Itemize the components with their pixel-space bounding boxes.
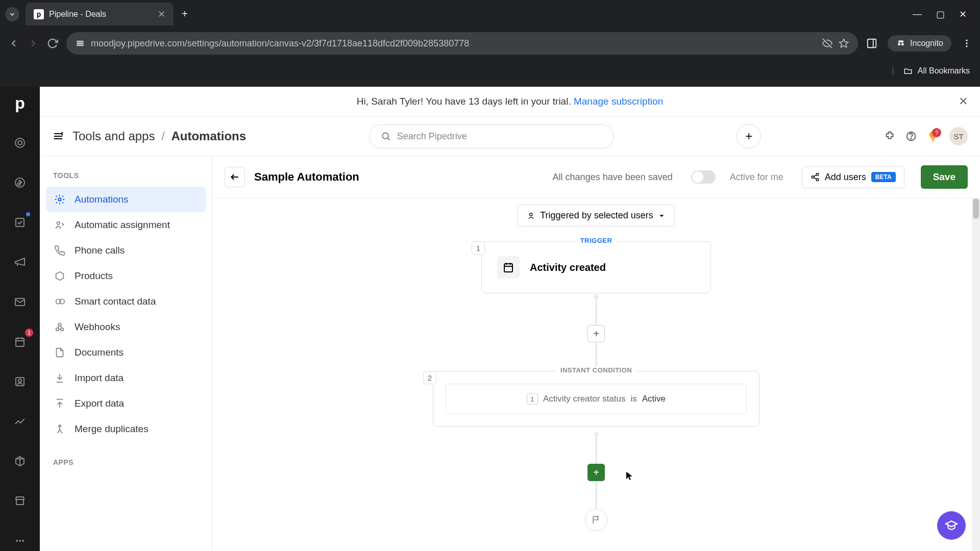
incognito-badge[interactable]: Incognito [888,35,951,52]
tab-close-button[interactable]: ✕ [158,9,165,20]
sidebar-item-label: Webhooks [75,321,120,333]
phone-icon [53,245,66,256]
svg-rect-17 [16,338,24,346]
add-users-button[interactable]: Add users BETA [802,166,904,188]
rail-more-icon[interactable] [10,531,30,551]
sidebar-item-merge[interactable]: Merge duplicates [46,416,206,442]
triggered-by-dropdown[interactable]: Triggered by selected users [517,205,675,227]
bookmarks-bar: | All Bookmarks [0,59,980,83]
url-input[interactable]: moodjoy.pipedrive.com/settings/automatio… [66,32,858,55]
learn-fab[interactable] [937,511,966,540]
incognito-icon [896,38,906,48]
sidebar-item-smart-contact[interactable]: Smart contact data [46,289,206,314]
triggered-by-label: Triggered by selected users [540,210,653,221]
sidebar-item-webhooks[interactable]: Webhooks [46,314,206,340]
sidebar-item-import-data[interactable]: Import data [46,365,206,391]
svg-rect-1 [77,43,83,44]
help-icon[interactable] [905,131,917,142]
sidebar-item-automatic-assignment[interactable]: Automatic assignment [46,212,206,238]
banner-close-button[interactable]: ✕ [959,95,968,108]
extensions-icon[interactable] [884,131,895,142]
eye-off-icon[interactable] [822,38,832,48]
reload-button[interactable] [47,38,58,49]
trigger-title: Activity created [530,262,606,273]
tab-search-button[interactable] [5,7,19,21]
all-bookmarks-link[interactable]: All Bookmarks [918,66,970,76]
back-button[interactable] [8,38,19,49]
scrollbar-thumb[interactable] [973,198,979,219]
svg-rect-33 [932,139,935,140]
panel-icon[interactable] [866,38,877,49]
sidebar-item-automations[interactable]: Automations [46,187,206,212]
share-icon [811,172,820,182]
rail-mail-icon[interactable] [10,292,30,312]
svg-point-22 [18,379,21,382]
automation-title[interactable]: Sample Automation [254,170,359,184]
breadcrumb-current: Automations [171,129,246,143]
rail-insights-icon[interactable] [10,411,30,432]
browser-menu-button[interactable] [962,38,972,48]
sidebar-item-label: Automatic assignment [75,219,170,231]
svg-line-46 [814,175,816,177]
rail-campaigns-icon[interactable] [10,252,30,272]
tips-icon[interactable]: ? [927,130,939,142]
condition-operator: is [630,394,636,404]
new-tab-button[interactable]: + [182,8,188,20]
url-text: moodjoy.pipedrive.com/settings/automatio… [91,38,816,49]
rail-badge: 1 [25,329,33,337]
rail-projects-icon[interactable] [10,212,30,233]
condition-node[interactable]: 2 INSTANT CONDITION 1 Activity creator s… [433,371,760,427]
minimize-button[interactable]: — [913,9,922,20]
node-number: 2 [423,371,436,384]
sidebar-item-export-data[interactable]: Export data [46,391,206,416]
maximize-button[interactable]: ▢ [936,9,945,20]
add-step-button[interactable]: + [587,325,605,342]
merge-icon [53,423,66,435]
sidebar-item-label: Phone calls [75,245,125,256]
search-input[interactable]: Search Pipedrive [369,124,614,148]
back-button[interactable] [225,167,245,187]
rail-deals-icon[interactable] [10,172,30,193]
sidebar-item-phone-calls[interactable]: Phone calls [46,238,206,263]
breadcrumb-parent[interactable]: Tools and apps [72,129,155,143]
avatar[interactable]: ST [949,127,968,145]
manage-subscription-link[interactable]: Manage subscription [574,96,663,107]
logo-icon[interactable]: p [10,93,30,113]
sidebar-item-label: Merge duplicates [75,423,149,435]
calendar-icon [497,256,520,279]
sidebar-item-label: Import data [75,372,124,384]
rail-products-icon[interactable] [10,451,30,471]
search-placeholder: Search Pipedrive [397,131,467,142]
search-icon [381,131,391,141]
rail-marketplace-icon[interactable] [10,491,30,511]
folder-icon [903,66,913,76]
svg-point-25 [22,540,24,542]
trigger-node[interactable]: 1 TRIGGER Activity created [481,241,711,293]
rail-focus-icon[interactable] [10,133,30,153]
scrollbar[interactable] [972,198,980,551]
sidebar-item-documents[interactable]: Documents [46,340,206,365]
sidebar-toggle-button[interactable] [52,130,64,142]
smart-contact-icon [53,296,66,307]
sidebar: TOOLS Automations Automatic assignment P… [40,156,212,551]
active-toggle[interactable] [691,170,716,184]
save-button[interactable]: Save [921,165,968,189]
star-icon[interactable] [839,38,849,48]
connector-line [596,481,597,509]
svg-point-48 [530,213,532,215]
tab-bar: p Pipeline - Deals ✕ + — ▢ ✕ [0,0,980,28]
rail-contacts-icon[interactable] [10,371,30,392]
end-node[interactable] [585,509,607,531]
flag-icon [591,515,601,525]
quick-add-button[interactable]: + [737,124,761,148]
add-step-button-active[interactable]: + [587,464,605,481]
automation-canvas[interactable]: Triggered by selected users 1 TRIGGER Ac… [212,198,980,551]
sidebar-item-products[interactable]: Products [46,263,206,289]
close-window-button[interactable]: ✕ [959,9,967,20]
sidebar-item-label: Export data [75,398,124,409]
address-bar: moodjoy.pipedrive.com/settings/automatio… [0,28,980,59]
forward-button[interactable] [28,38,39,49]
browser-tab[interactable]: p Pipeline - Deals ✕ [26,3,174,26]
rail-activities-icon[interactable]: 1 [10,332,30,352]
connector-line [596,434,597,464]
